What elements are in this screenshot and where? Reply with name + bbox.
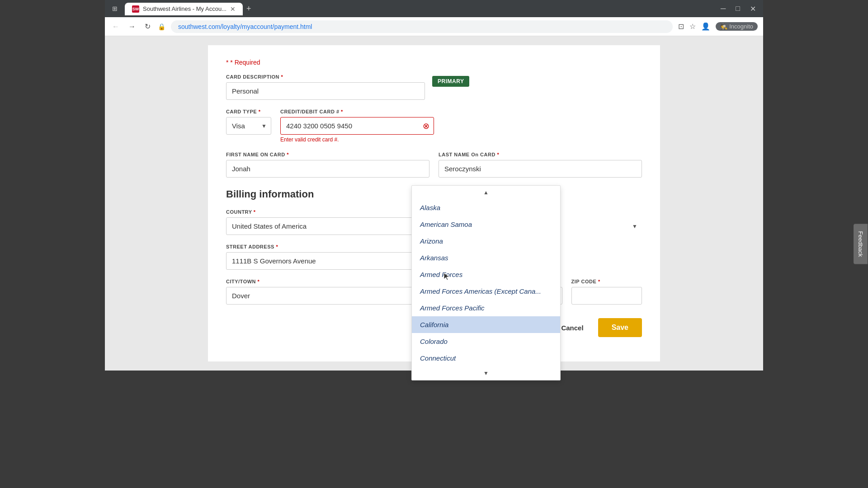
- browser-window: ⊞ SW Southwest Airlines - My Accou... ✕ …: [105, 0, 763, 371]
- card-description-label: CARD DESCRIPTION *: [226, 74, 425, 80]
- tab-group-button[interactable]: ⊞: [108, 3, 121, 14]
- tab-strip: SW Southwest Airlines - My Accou... ✕ +: [125, 2, 255, 15]
- url-bar[interactable]: [171, 20, 673, 33]
- street-label-text: STREET ADDRESS: [226, 244, 274, 249]
- card-type-row: CARD TYPE * Visa ▼ CREDIT/DEBIT CARD # *: [226, 109, 642, 143]
- maximize-button[interactable]: □: [732, 3, 744, 14]
- address-bar: ← → ↻ 🔒 ⊡ ☆ 👤 🕵 Incognito: [105, 17, 763, 36]
- feedback-tab[interactable]: Feedback: [854, 224, 868, 264]
- active-tab[interactable]: SW Southwest Airlines - My Accou... ✕: [125, 3, 243, 15]
- tab-favicon: SW: [132, 5, 139, 13]
- dropdown-item-armed-forces-americas[interactable]: Armed Forces Americas (Except Cana...: [412, 283, 560, 300]
- refresh-button[interactable]: ↻: [143, 20, 152, 33]
- card-description-label-text: CARD DESCRIPTION: [226, 74, 279, 80]
- credit-card-label: CREDIT/DEBIT CARD # *: [280, 109, 434, 114]
- zip-label-text: ZIP CODE: [571, 279, 597, 284]
- dropdown-item-arizona[interactable]: Arizona: [412, 233, 560, 249]
- card-type-group: CARD TYPE * Visa ▼: [226, 109, 271, 135]
- state-dropdown: ▲ Alaska American Samoa Arizona Arkansas…: [411, 185, 561, 380]
- dropdown-item-armed-forces-pacific[interactable]: Armed Forces Pacific: [412, 300, 560, 316]
- city-label-text: CITY/TOWN: [226, 279, 256, 284]
- street-input[interactable]: [226, 252, 429, 270]
- error-icon: ⊗: [423, 121, 429, 131]
- save-button[interactable]: Save: [598, 318, 642, 337]
- dropdown-item-california[interactable]: California: [412, 316, 560, 333]
- last-name-input[interactable]: [439, 160, 642, 178]
- zip-req: *: [598, 279, 600, 284]
- last-name-group: LAST NAME On CARD *: [439, 152, 642, 178]
- dropdown-scroll-up[interactable]: ▲: [412, 186, 560, 199]
- back-button[interactable]: ←: [110, 21, 121, 33]
- zip-label: ZIP CODE *: [571, 279, 642, 284]
- city-label: CITY/TOWN *: [226, 279, 425, 284]
- tab-close-button[interactable]: ✕: [230, 5, 236, 13]
- picture-in-picture-icon[interactable]: ⊡: [678, 22, 684, 31]
- card-type-label: CARD TYPE *: [226, 109, 271, 114]
- first-name-label-text: FIRST NAME ON CARD: [226, 152, 285, 157]
- name-row: FIRST NAME ON CARD * LAST NAME On CARD *: [226, 152, 642, 178]
- incognito-label: Incognito: [729, 23, 753, 30]
- city-group: CITY/TOWN *: [226, 279, 425, 305]
- last-name-label-text: LAST NAME On CARD: [439, 152, 495, 157]
- required-note: * * Required: [226, 59, 642, 66]
- minimize-button[interactable]: ─: [717, 3, 729, 14]
- primary-badge: PRIMARY: [432, 76, 469, 87]
- window-controls: ─ □ ✕: [717, 3, 760, 15]
- zip-group: ZIP CODE *: [571, 279, 642, 305]
- credit-card-req: *: [341, 109, 343, 114]
- card-description-input[interactable]: [226, 82, 425, 100]
- close-button[interactable]: ✕: [746, 3, 760, 15]
- dropdown-item-arkansas[interactable]: Arkansas: [412, 249, 560, 266]
- page-content: * * Required CARD DESCRIPTION * PRIMARY: [208, 45, 660, 361]
- dropdown-item-american-samoa[interactable]: American Samoa: [412, 216, 560, 233]
- card-description-group: CARD DESCRIPTION *: [226, 74, 425, 100]
- new-tab-button[interactable]: +: [243, 2, 255, 15]
- dropdown-item-armed-forces[interactable]: Armed Forces: [412, 266, 560, 283]
- last-name-label: LAST NAME On CARD *: [439, 152, 642, 157]
- dropdown-scroll-down[interactable]: ▼: [412, 366, 560, 380]
- country-label-text: COUNTRY: [226, 209, 252, 215]
- dropdown-item-alaska[interactable]: Alaska: [412, 199, 560, 216]
- bookmark-icon[interactable]: ☆: [689, 22, 696, 31]
- card-type-label-text: CARD TYPE: [226, 109, 257, 114]
- card-type-select-wrapper: Visa ▼: [226, 117, 271, 135]
- street-req: *: [276, 244, 278, 249]
- profile-icon[interactable]: 👤: [701, 22, 710, 31]
- city-input[interactable]: [226, 287, 425, 305]
- required-text: * Required: [230, 59, 260, 66]
- incognito-badge: 🕵 Incognito: [716, 22, 758, 31]
- zip-input[interactable]: [571, 287, 642, 305]
- lock-icon: 🔒: [158, 23, 165, 30]
- tab-title: Southwest Airlines - My Accou...: [143, 5, 226, 12]
- first-name-req: *: [287, 152, 289, 157]
- card-type-select[interactable]: Visa: [226, 117, 271, 135]
- first-name-input[interactable]: [226, 160, 429, 178]
- card-description-row: CARD DESCRIPTION * PRIMARY: [226, 74, 642, 100]
- credit-card-label-text: CREDIT/DEBIT CARD #: [280, 109, 340, 114]
- address-bar-icons: ⊡ ☆ 👤 🕵 Incognito: [678, 22, 758, 31]
- credit-card-input[interactable]: [280, 117, 434, 135]
- forward-button[interactable]: →: [127, 21, 137, 33]
- country-req: *: [254, 209, 256, 215]
- country-arrow-icon: ▼: [632, 223, 637, 230]
- credit-input-wrapper: ⊗: [280, 117, 434, 135]
- credit-card-error: Enter valid credit card #.: [280, 136, 434, 143]
- incognito-icon: 🕵: [720, 23, 727, 30]
- city-req: *: [258, 279, 260, 284]
- credit-card-group: CREDIT/DEBIT CARD # * ⊗ Enter valid cred…: [280, 109, 434, 143]
- first-name-label: FIRST NAME ON CARD *: [226, 152, 429, 157]
- first-name-group: FIRST NAME ON CARD *: [226, 152, 429, 178]
- required-star: *: [226, 59, 228, 66]
- dropdown-item-colorado[interactable]: Colorado: [412, 333, 560, 350]
- card-type-req: *: [259, 109, 261, 114]
- last-name-req: *: [497, 152, 499, 157]
- card-description-req: *: [281, 74, 283, 80]
- browser-titlebar: ⊞ SW Southwest Airlines - My Accou... ✕ …: [105, 0, 763, 17]
- dropdown-item-connecticut[interactable]: Connecticut: [412, 350, 560, 366]
- country-select[interactable]: United States of America: [226, 217, 429, 235]
